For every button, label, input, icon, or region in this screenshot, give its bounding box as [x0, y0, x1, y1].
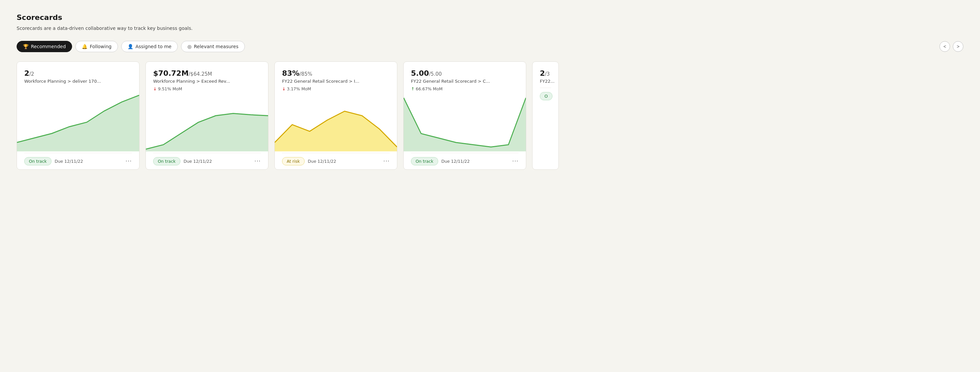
relevant-icon: ◎: [187, 44, 191, 49]
due-date: Due 12/11/22: [184, 159, 212, 164]
mom-arrow: ↓: [282, 86, 285, 91]
mom-value: 9.51% MoM: [158, 86, 182, 91]
card-mom: ↓9.51% MoM: [153, 86, 261, 91]
scorecard-card3[interactable]: 83%/85%FY22 General Retail Scorecard > I…: [274, 62, 397, 170]
card-title: Workforce Planning > Exceed Rev...: [153, 79, 261, 84]
card-value: $70.72M/$64.25M: [153, 69, 261, 77]
card-mom: ↓3.17% MoM: [282, 86, 390, 91]
card-footer: On trackDue 12/11/22···: [411, 153, 519, 169]
card-title: FY22 General Retail Scorecard > C...: [411, 79, 519, 84]
due-date: Due 12/11/22: [442, 159, 470, 164]
card-value-secondary: /$64.25M: [189, 71, 212, 77]
chart-area: [404, 93, 526, 151]
card-mom: ↑66.67% MoM: [411, 86, 519, 91]
more-button[interactable]: ···: [126, 158, 132, 164]
tab-label: Relevant measures: [194, 44, 238, 49]
mom-value: 3.17% MoM: [287, 86, 311, 91]
status-badge: O: [540, 92, 552, 100]
status-badge: At risk: [282, 157, 305, 165]
scorecard-card4[interactable]: 5.00/5.00FY22 General Retail Scorecard >…: [403, 62, 526, 170]
svg-marker-2: [275, 111, 397, 151]
due-date: Due 12/11/22: [55, 159, 83, 164]
tab-following[interactable]: 🔔Following: [75, 41, 118, 52]
card-value: 2/3: [540, 69, 551, 77]
card-value: 2/2: [24, 69, 132, 77]
tabs-row: 🏆Recommended🔔Following👤Assigned to me◎Re…: [17, 41, 963, 52]
chart-area: [17, 93, 139, 151]
card-value-secondary: /85%: [300, 71, 312, 77]
due-date: Due 12/11/22: [308, 159, 336, 164]
chart-area: [275, 93, 397, 151]
next-arrow[interactable]: >: [953, 41, 963, 52]
chart-area: [146, 93, 268, 151]
card-footer: On trackDue 12/11/22···: [153, 153, 261, 169]
following-icon: 🔔: [82, 44, 88, 49]
card-value-secondary: /2: [29, 71, 34, 77]
cards-row: 2/2Workforce Planning > deliver 170... O…: [17, 62, 963, 170]
page-title: Scorecards: [17, 13, 963, 22]
scorecard-card5[interactable]: 2/3FY22...O: [532, 62, 559, 170]
scorecard-card1[interactable]: 2/2Workforce Planning > deliver 170... O…: [17, 62, 140, 170]
more-button[interactable]: ···: [383, 158, 390, 164]
card-footer: At riskDue 12/11/22···: [282, 153, 390, 169]
page-subtitle: Scorecards are a data-driven collaborati…: [17, 25, 963, 31]
mom-arrow: ↓: [153, 86, 156, 91]
recommended-icon: 🏆: [23, 44, 29, 49]
tab-label: Following: [90, 44, 111, 49]
status-badge: On track: [153, 157, 180, 165]
tab-recommended[interactable]: 🏆Recommended: [17, 41, 72, 52]
tab-assigned[interactable]: 👤Assigned to me: [121, 41, 178, 52]
card-title: FY22...: [540, 79, 551, 84]
card-title: Workforce Planning > deliver 170...: [24, 79, 132, 84]
card-footer: O: [540, 88, 551, 104]
svg-marker-0: [17, 95, 139, 151]
card-value: 83%/85%: [282, 69, 390, 77]
tab-label: Recommended: [31, 44, 66, 49]
status-badge: On track: [411, 157, 438, 165]
more-button[interactable]: ···: [255, 158, 261, 164]
card-value-secondary: /5.00: [429, 71, 442, 77]
card-value: 5.00/5.00: [411, 69, 519, 77]
nav-arrows: < >: [939, 41, 963, 52]
assigned-icon: 👤: [127, 44, 133, 49]
more-button[interactable]: ···: [512, 158, 519, 164]
tab-label: Assigned to me: [135, 44, 172, 49]
mom-arrow: ↑: [411, 86, 414, 91]
status-badge: On track: [24, 157, 51, 165]
tab-relevant[interactable]: ◎Relevant measures: [181, 41, 245, 52]
card-title: FY22 General Retail Scorecard > I...: [282, 79, 390, 84]
prev-arrow[interactable]: <: [939, 41, 950, 52]
mom-value: 66.67% MoM: [415, 86, 442, 91]
scorecard-card2[interactable]: $70.72M/$64.25MWorkforce Planning > Exce…: [145, 62, 269, 170]
card-footer: On trackDue 12/11/22···: [24, 153, 132, 169]
